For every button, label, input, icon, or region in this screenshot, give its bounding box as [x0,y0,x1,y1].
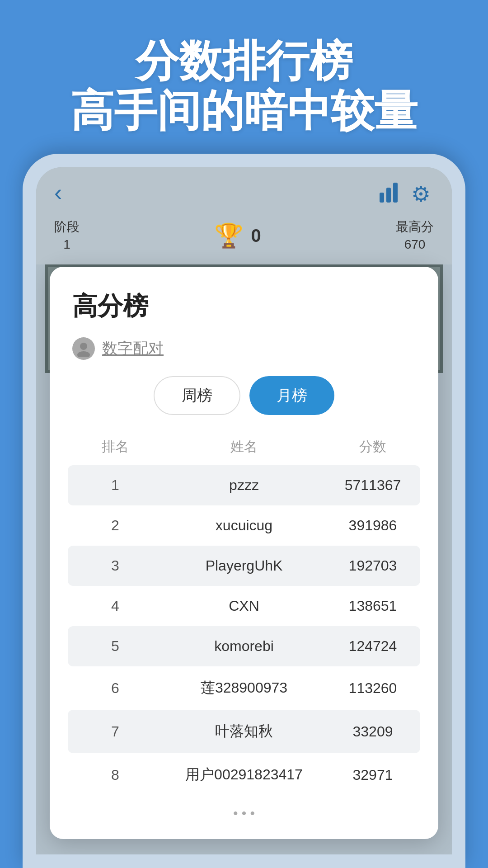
bar2 [386,188,391,203]
table-row: 5 komorebi 124724 [68,626,420,666]
cell-rank: 6 [72,680,158,697]
back-button[interactable]: ‹ [54,181,62,204]
topbar-icons: ⚙ [380,181,434,204]
cell-rank: 4 [72,598,158,614]
cell-name: 叶落知秋 [158,722,330,741]
table-row: 3 PlayergUhK 192703 [68,546,420,586]
cell-name: 莲328900973 [158,678,330,698]
phone-screen: ‹ ⚙ 阶段 1 � [36,167,452,854]
cell-score: 113260 [330,680,416,697]
tab-row: 周榜 月榜 [72,376,416,415]
score-area: 阶段 1 🏆 0 最高分 670 [36,213,452,264]
table-row: 2 xucuicug 391986 [72,505,416,546]
trophy-score-area: 🏆 0 [214,222,261,250]
cell-name: 用户00291823417 [158,765,330,785]
svg-point-0 [80,343,87,350]
game-name-link[interactable]: 数字配对 [102,338,164,359]
cell-rank: 3 [72,557,158,574]
stage-info: 阶段 1 [54,218,80,253]
cell-rank: 2 [72,517,158,534]
cell-name: xucuicug [158,517,330,534]
bar3 [393,183,398,203]
app-topbar: ‹ ⚙ [36,167,452,213]
cell-score: 5711367 [330,477,416,494]
leaderboard-modal: 高分榜 数字配对 周榜 月榜 [50,267,438,839]
header-rank: 排名 [72,438,158,456]
cell-score: 138651 [330,598,416,614]
cell-rank: 8 [72,767,158,783]
footer-dots: • • • [233,806,255,821]
header-name: 姓名 [158,438,330,456]
table-row: 7 叶落知秋 33209 [68,710,420,753]
table-row: 6 莲328900973 113260 [72,666,416,710]
best-score-value: 670 [396,236,434,253]
svg-point-1 [77,351,90,357]
tab-weekly[interactable]: 周榜 [154,376,240,415]
modal-title: 高分榜 [72,289,416,324]
best-score-area: 最高分 670 [396,218,434,253]
cell-name: CXN [158,598,330,614]
leaderboard-table: 排名 姓名 分数 1 pzzz 5711367 2 xucuicug 39 [72,433,416,797]
bar1 [380,193,384,203]
table-header: 排名 姓名 分数 [72,433,416,465]
game-label-row: 数字配对 [72,337,416,360]
cell-score: 391986 [330,517,416,534]
cell-name: pzzz [158,477,330,494]
table-row: 1 pzzz 5711367 [68,465,420,505]
settings-icon[interactable]: ⚙ [411,181,434,204]
table-row: 8 用户00291823417 32971 [72,753,416,797]
cell-rank: 1 [72,477,158,494]
headline-line2: 高手间的暗中较量 [27,86,461,136]
header-score: 分数 [330,438,416,456]
stage-label: 阶段 [54,218,80,236]
cell-score: 192703 [330,557,416,574]
bar-chart-icon[interactable] [380,183,398,203]
header-section: 分数排行榜 高手间的暗中较量 [0,0,488,163]
cell-rank: 5 [72,638,158,655]
cell-score: 124724 [330,638,416,655]
headline-line1: 分数排行榜 [27,36,461,86]
trophy-icon: 🏆 [214,222,244,250]
best-score-label: 最高分 [396,218,434,236]
user-avatar-icon [72,337,95,360]
cell-score: 33209 [330,723,416,740]
cell-score: 32971 [330,767,416,783]
modal-footer: • • • [72,797,416,821]
stage-value: 1 [54,236,80,253]
table-row: 4 CXN 138651 [72,586,416,626]
phone-mockup: ‹ ⚙ 阶段 1 � [23,154,465,868]
cell-name: komorebi [158,638,330,655]
cell-name: PlayergUhK [158,557,330,574]
cell-rank: 7 [72,723,158,740]
trophy-score-value: 0 [251,226,261,246]
tab-monthly[interactable]: 月榜 [249,376,334,415]
